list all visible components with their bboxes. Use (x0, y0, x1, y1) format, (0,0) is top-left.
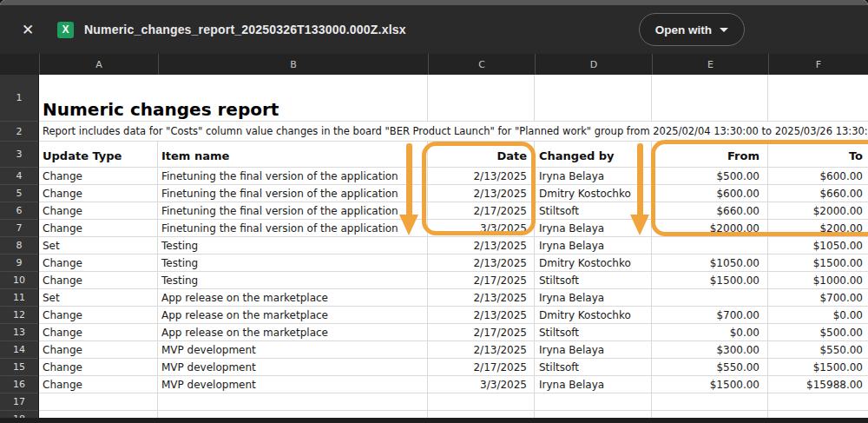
cell: 2/13/2025 (428, 341, 535, 358)
close-button[interactable]: ✕ (17, 19, 38, 40)
cell: $660.00 (768, 185, 868, 202)
row-header-16: 16 (0, 376, 38, 393)
open-with-button[interactable]: Open with (639, 13, 745, 46)
cell: Change (39, 324, 158, 340)
cell (652, 237, 768, 254)
cell (652, 411, 768, 418)
cell: 3/3/2025 (428, 220, 535, 236)
row-header-14: 14 (0, 341, 38, 359)
cell: $550.00 (652, 359, 768, 375)
cell: Finetuning the final version of the appl… (158, 220, 428, 236)
column-header-b: B (158, 54, 428, 75)
table-row: ChangeTesting2/13/2025Dmitry Kostochko$1… (39, 254, 868, 272)
cell: 2/17/2025 (428, 324, 535, 340)
cell: MVP development (158, 376, 428, 393)
row-header-1: 1 (0, 75, 38, 122)
cell (652, 289, 768, 306)
cells-area: Numeric changes reportReport includes da… (39, 75, 868, 418)
cell: Finetuning the final version of the appl… (158, 185, 428, 202)
row-header-column: 123456789101112131415161718 (0, 75, 39, 418)
header-cell: Changed by (535, 142, 652, 167)
column-header-c: C (428, 54, 535, 75)
cell (768, 75, 868, 121)
bottom-edge-strip (0, 418, 868, 423)
cell: Dmitry Kostochko (535, 185, 652, 202)
table-row: ChangeApp release on the marketplace2/17… (39, 324, 868, 341)
cell: Change (39, 202, 158, 219)
cell: Iryna Belaya (535, 376, 652, 393)
row-header-3: 3 (0, 142, 38, 168)
cell (535, 411, 652, 418)
cell: Iryna Belaya (535, 289, 652, 306)
column-header-f: F (768, 54, 868, 75)
file-preview-window: ✕ X Numeric_changes_report_20250326T1330… (0, 0, 868, 423)
cell (428, 393, 535, 410)
cell (768, 393, 868, 410)
column-header-e: E (652, 54, 768, 75)
cell: Set (39, 289, 158, 306)
cell: $0.00 (652, 324, 768, 340)
cell: Change (39, 341, 158, 358)
cell (158, 411, 428, 418)
cell: Stiltsoft (535, 202, 652, 219)
cell: $660.00 (652, 202, 768, 219)
cell: $1500.00 (652, 272, 768, 288)
table-row: ChangeFinetuning the final version of th… (39, 185, 868, 202)
cell (652, 393, 768, 410)
sheet-title: Numeric changes report (39, 101, 279, 121)
table-row: ChangeApp release on the marketplace2/13… (39, 307, 868, 324)
table-row: SetTesting2/13/2025Iryna Belaya$1050.00 (39, 237, 868, 254)
row-header-10: 10 (0, 272, 38, 289)
row-header-8: 8 (0, 237, 38, 254)
cell: Stiltsoft (535, 359, 652, 375)
cell: $500.00 (768, 324, 868, 340)
cell: $500.00 (652, 168, 768, 184)
cell: $1000.00 (768, 272, 868, 288)
cell: 3/3/2025 (428, 376, 535, 393)
cell: Numeric changes report (39, 75, 428, 121)
cell: $1500.00 (768, 254, 868, 271)
empty-row (39, 393, 868, 411)
cell: Iryna Belaya (535, 168, 652, 184)
cell: $700.00 (652, 307, 768, 323)
dropdown-caret-icon (720, 28, 728, 32)
table-row: ChangeMVP development2/13/2025Iryna Bela… (39, 341, 868, 359)
sheet-corner-cell (0, 54, 39, 75)
row-header-9: 9 (0, 254, 38, 272)
cell: Change (39, 307, 158, 323)
cell: $1050.00 (768, 237, 868, 254)
column-header-row: ABCDEF (0, 54, 868, 75)
cell: Testing (158, 272, 428, 288)
cell: Iryna Belaya (535, 220, 652, 236)
cell: $1050.00 (652, 254, 768, 271)
open-with-label: Open with (655, 23, 712, 36)
cell: $1500.00 (652, 376, 768, 393)
file-title: Numeric_changes_report_20250326T133000.0… (84, 23, 406, 36)
row-header-5: 5 (0, 185, 38, 202)
empty-row (39, 411, 868, 418)
cell: Stiltsoft (535, 272, 652, 288)
cell: Iryna Belaya (535, 341, 652, 358)
header-cell: Update Type (39, 142, 158, 167)
row-header-15: 15 (0, 359, 38, 376)
cell: 2/13/2025 (428, 307, 535, 323)
cell: Change (39, 376, 158, 393)
excel-file-icon: X (57, 22, 74, 38)
cell (428, 75, 535, 121)
row-header-12: 12 (0, 307, 38, 324)
column-header-d: D (535, 54, 652, 75)
row-header-13: 13 (0, 324, 38, 341)
cell: 2/17/2025 (428, 359, 535, 375)
table-header-row: Update TypeItem nameDateChanged byFromTo (39, 142, 868, 168)
cell (535, 393, 652, 410)
cell: App release on the marketplace (158, 289, 428, 306)
cell: Testing (158, 254, 428, 271)
cell: Change (39, 168, 158, 184)
cell: MVP development (158, 359, 428, 375)
sheet-subtitle: Report includes data for "Costs" column … (39, 125, 868, 137)
table-row: ChangeTesting2/17/2025Stiltsoft$1500.00$… (39, 272, 868, 289)
cell (39, 393, 158, 410)
cell: Iryna Belaya (535, 237, 652, 254)
cell: Set (39, 237, 158, 254)
cell (39, 411, 158, 418)
